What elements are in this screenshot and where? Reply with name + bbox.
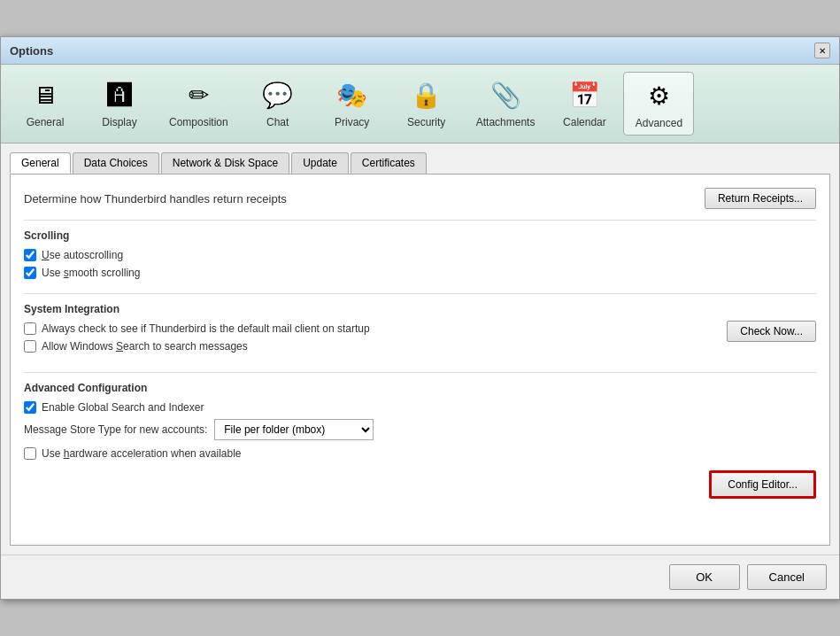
return-receipts-desc: Determine how Thunderbird handles return…	[24, 192, 287, 206]
autoscroll-label: Use autoscrolling	[42, 249, 123, 261]
global-search-label: Enable Global Search and Indexer	[42, 401, 204, 414]
separator-3	[24, 372, 816, 373]
hardware-accel-checkbox[interactable]	[24, 447, 36, 460]
default-client-checkbox[interactable]	[24, 322, 36, 335]
default-client-label: Always check to see if Thunderbird is th…	[42, 322, 370, 335]
hardware-accel-label: Use hardware acceleration when available	[42, 447, 242, 460]
composition-icon: ✏	[181, 77, 216, 112]
autoscroll-row: Use autoscrolling	[24, 249, 816, 261]
message-store-label: Message Store Type for new accounts:	[24, 423, 207, 436]
config-editor-button[interactable]: Config Editor...	[709, 470, 816, 499]
ok-button[interactable]: OK	[669, 564, 740, 590]
windows-search-row: Allow Windows Search to search messages	[24, 340, 370, 353]
autoscroll-checkbox[interactable]	[24, 249, 36, 261]
toolbar-privacy-label: Privacy	[335, 116, 369, 128]
toolbar-attachments[interactable]: 📎 Attachments	[466, 72, 546, 136]
advanced-icon: ⚙	[641, 78, 676, 113]
toolbar-advanced-label: Advanced	[636, 117, 682, 129]
separator-1	[24, 220, 816, 221]
toolbar-display[interactable]: 🅰 Display	[84, 72, 155, 136]
privacy-icon: 🎭	[335, 77, 370, 112]
system-integration-group: System Integration Always check to see i…	[24, 303, 816, 358]
return-receipts-row: Determine how Thunderbird handles return…	[24, 188, 816, 209]
smooth-scroll-label: Use smooth scrolling	[42, 267, 140, 279]
tab-data-choices[interactable]: Data Choices	[73, 152, 159, 174]
toolbar-composition[interactable]: ✏ Composition	[158, 72, 239, 136]
toolbar-chat[interactable]: 💬 Chat	[243, 72, 313, 136]
cancel-button[interactable]: Cancel	[747, 564, 827, 590]
toolbar-display-label: Display	[102, 116, 136, 128]
chat-icon: 💬	[260, 77, 296, 112]
toolbar-privacy[interactable]: 🎭 Privacy	[317, 72, 388, 136]
attachments-icon: 📎	[488, 77, 523, 112]
global-search-checkbox[interactable]	[24, 401, 36, 414]
tab-content: Determine how Thunderbird handles return…	[10, 174, 830, 546]
toolbar-general[interactable]: 🖥 General	[10, 72, 81, 136]
advanced-config-title: Advanced Configuration	[24, 382, 816, 394]
return-receipts-button[interactable]: Return Receipts...	[705, 188, 816, 209]
toolbar-attachments-label: Attachments	[476, 116, 536, 128]
config-editor-area: Config Editor...	[24, 470, 816, 499]
advanced-config-group: Advanced Configuration Enable Global Sea…	[24, 382, 816, 499]
scrolling-title: Scrolling	[24, 229, 816, 242]
scrolling-group: Scrolling Use autoscrolling Use smooth s…	[24, 229, 816, 279]
display-icon: 🅰	[102, 77, 137, 112]
toolbar-general-label: General	[27, 116, 65, 128]
toolbar-security-label: Security	[407, 116, 445, 128]
tab-general[interactable]: General	[10, 152, 71, 174]
window-title: Options	[10, 44, 53, 58]
check-now-button[interactable]: Check Now...	[727, 321, 816, 342]
default-client-row: Always check to see if Thunderbird is th…	[24, 322, 370, 335]
windows-search-label: Allow Windows Search to search messages	[42, 340, 248, 353]
title-bar: Options ✕	[1, 37, 839, 65]
tab-bar: General Data Choices Network & Disk Spac…	[10, 152, 830, 174]
toolbar: 🖥 General 🅰 Display ✏ Composition 💬 Chat…	[1, 65, 839, 143]
options-window: Options ✕ 🖥 General 🅰 Display ✏ Composit…	[0, 36, 840, 600]
smooth-scroll-checkbox[interactable]	[24, 267, 36, 279]
message-store-row: Message Store Type for new accounts: Fil…	[24, 419, 816, 440]
separator-2	[24, 293, 816, 294]
system-integration-title: System Integration	[24, 303, 370, 315]
close-icon: ✕	[819, 46, 826, 56]
global-search-row: Enable Global Search and Indexer	[24, 401, 816, 414]
close-button[interactable]: ✕	[814, 43, 830, 58]
tab-network-disk[interactable]: Network & Disk Space	[161, 152, 289, 174]
hardware-accel-row: Use hardware acceleration when available	[24, 447, 816, 460]
security-icon: 🔒	[409, 77, 444, 112]
toolbar-advanced[interactable]: ⚙ Advanced	[623, 72, 694, 136]
tab-certificates[interactable]: Certificates	[351, 152, 427, 174]
calendar-icon: 📅	[566, 77, 602, 112]
smooth-scroll-row: Use smooth scrolling	[24, 267, 816, 279]
general-icon: 🖥	[27, 77, 63, 112]
toolbar-chat-label: Chat	[266, 116, 289, 128]
toolbar-calendar[interactable]: 📅 Calendar	[549, 72, 620, 136]
tab-update[interactable]: Update	[291, 152, 349, 174]
content-area: General Data Choices Network & Disk Spac…	[1, 143, 839, 555]
toolbar-calendar-label: Calendar	[563, 116, 606, 128]
windows-search-checkbox[interactable]	[24, 340, 36, 353]
toolbar-composition-label: Composition	[169, 116, 228, 128]
toolbar-security[interactable]: 🔒 Security	[391, 72, 462, 136]
footer: OK Cancel	[1, 555, 839, 599]
message-store-dropdown[interactable]: File per folder (mbox) File per message …	[214, 419, 374, 440]
